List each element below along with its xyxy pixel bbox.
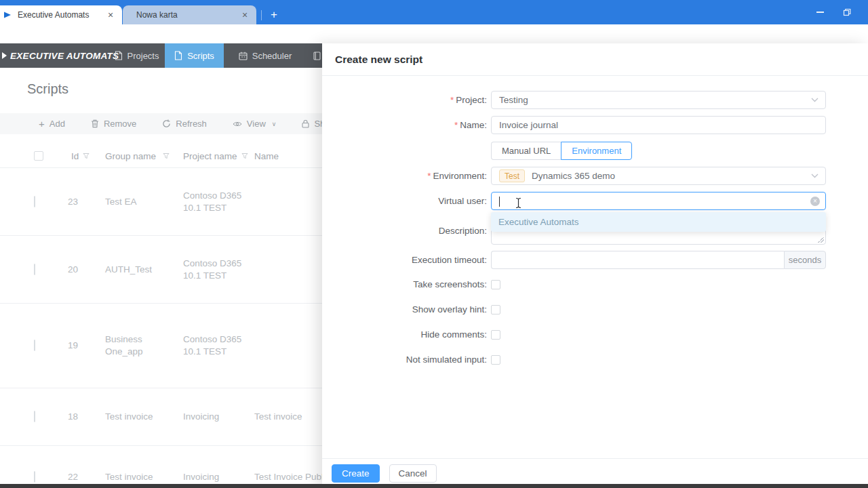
remove-button[interactable]: Remove — [91, 119, 136, 129]
environment-toggle[interactable]: Environment — [561, 142, 632, 160]
required-asterisk: * — [427, 171, 431, 181]
hide-comments-label: Hide comments: — [322, 330, 487, 340]
window-minimize-button[interactable] — [812, 7, 827, 18]
document-icon — [174, 51, 182, 60]
not-simulated-input-row: Not simulated input: — [322, 355, 868, 365]
tab-close-icon[interactable]: × — [239, 9, 251, 21]
take-screenshots-label: Take screenshots: — [322, 280, 487, 289]
cell-project: Contoso D365 10.1 TEST — [183, 333, 245, 358]
window-restore-button[interactable] — [840, 7, 854, 18]
project-select[interactable]: Testing — [491, 91, 826, 109]
cell-group: Test invoice — [105, 411, 165, 423]
new-tab-button[interactable]: + — [266, 7, 282, 23]
refresh-button[interactable]: Refresh — [162, 119, 207, 129]
view-dropdown-button[interactable]: View ∨ — [233, 119, 277, 129]
name-input[interactable]: Invoice journal — [491, 116, 826, 134]
cell-project: Contoso D365 10.1 TEST — [183, 258, 245, 282]
not-simulated-input-checkbox[interactable] — [491, 355, 500, 365]
filter-icon[interactable] — [163, 152, 170, 159]
environment-label: *Environment: — [322, 167, 487, 185]
test-tag: Test — [499, 169, 525, 182]
cell-project: Invoicing — [183, 471, 245, 483]
row-checkbox[interactable] — [34, 340, 35, 352]
project-label: *Project: — [322, 91, 487, 109]
chevron-down-icon — [811, 98, 818, 102]
url-mode-toggle: Manual URL Environment — [491, 142, 826, 160]
environment-select-value: Dynamics 365 demo — [532, 171, 615, 181]
row-checkbox[interactable] — [34, 411, 35, 423]
document-icon — [115, 51, 123, 60]
virtual-user-suggestion[interactable]: Executive Automats — [491, 212, 826, 232]
nav-item-projects[interactable]: Projects — [108, 43, 165, 68]
browser-address-bar: https://presentation.automats.cloud/scri… — [0, 24, 868, 43]
add-button[interactable]: + Add — [39, 119, 65, 129]
name-label: *Name: — [322, 116, 487, 134]
row-checkbox[interactable] — [34, 264, 35, 276]
show-overlay-hint-checkbox[interactable] — [491, 305, 500, 314]
row-checkbox[interactable] — [34, 196, 35, 208]
timeout-field-row: Execution timeout: seconds — [322, 251, 868, 269]
cancel-button[interactable]: Cancel — [389, 464, 437, 483]
hide-comments-checkbox[interactable] — [491, 330, 500, 340]
cell-group: AUTH_Test — [105, 264, 165, 276]
drawer-title: Create new script — [322, 43, 868, 76]
brand-logo-icon — [2, 52, 7, 59]
create-button[interactable]: Create — [332, 464, 380, 483]
trash-icon — [91, 119, 99, 128]
bottom-edge-strip — [0, 484, 868, 488]
timeout-addon: seconds — [784, 251, 826, 269]
column-header-group[interactable]: Group name — [105, 144, 170, 168]
chevron-down-icon — [811, 174, 818, 178]
row-checkbox[interactable] — [34, 471, 35, 483]
plus-icon: + — [39, 119, 45, 129]
remove-button-label: Remove — [104, 119, 136, 129]
cell-project: Invoicing — [183, 411, 245, 423]
description-label: Description: — [322, 217, 487, 245]
project-field-row: *Project: Testing — [322, 91, 868, 109]
nav-item-label: Projects — [127, 51, 159, 61]
column-header-id[interactable]: Id — [71, 144, 90, 168]
virtual-user-input[interactable]: × — [491, 192, 826, 210]
project-select-value: Testing — [499, 95, 528, 105]
nav-item-scheduler[interactable]: Scheduler — [224, 43, 307, 68]
cell-id: 23 — [68, 196, 78, 208]
page-title: Scripts — [27, 81, 68, 97]
brand: EXECUTIVE AUTOMATS — [6, 43, 119, 68]
virtual-user-label: Virtual user: — [322, 192, 487, 210]
browser-tab-inactive[interactable]: Nowa karta × — [123, 5, 256, 24]
take-screenshots-checkbox[interactable] — [491, 280, 500, 289]
calendar-icon — [239, 52, 248, 60]
show-overlay-hint-row: Show overlay hint: — [322, 305, 868, 314]
resize-grip[interactable] — [818, 237, 824, 243]
required-asterisk: * — [450, 95, 454, 105]
show-overlay-hint-label: Show overlay hint: — [322, 305, 487, 314]
environment-select[interactable]: Test Dynamics 365 demo — [491, 167, 826, 185]
virtual-user-field-row: Virtual user: × — [322, 192, 868, 210]
name-field-row: *Name: Invoice journal — [322, 116, 868, 134]
timeout-input[interactable] — [491, 251, 784, 269]
tab-separator — [261, 10, 262, 20]
column-header-name[interactable]: Name — [254, 144, 279, 168]
browser-tab-active[interactable]: Executive Automats × — [0, 5, 122, 24]
eye-icon — [233, 121, 242, 127]
view-button-label: View — [247, 119, 266, 129]
cell-group: Test EA — [105, 196, 165, 208]
select-all-checkbox[interactable] — [34, 144, 43, 168]
filter-icon[interactable] — [241, 152, 248, 159]
text-caret — [499, 197, 500, 207]
hide-comments-row: Hide comments: — [322, 330, 868, 340]
clear-input-icon[interactable]: × — [810, 197, 820, 206]
nav-item-scripts[interactable]: Scripts — [165, 43, 224, 68]
filter-icon[interactable] — [83, 152, 90, 159]
required-asterisk: * — [454, 120, 458, 130]
cell-id: 22 — [68, 471, 78, 483]
manual-url-toggle[interactable]: Manual URL — [491, 142, 561, 160]
column-header-project[interactable]: Project name — [183, 144, 248, 168]
lock-icon — [302, 119, 309, 128]
tab-title: Nowa karta — [136, 10, 239, 20]
book-icon — [313, 52, 321, 60]
cell-id: 19 — [68, 340, 78, 352]
timeout-label: Execution timeout: — [322, 251, 487, 269]
environment-field-row: *Environment: Test Dynamics 365 demo — [322, 167, 868, 185]
tab-close-icon[interactable]: × — [104, 9, 117, 21]
